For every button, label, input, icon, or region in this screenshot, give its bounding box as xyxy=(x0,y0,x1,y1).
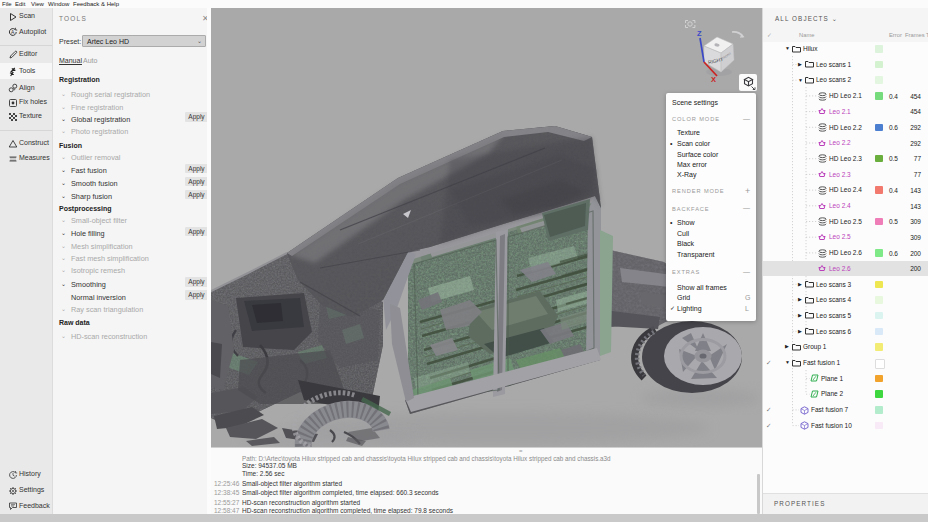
svg-text:A: A xyxy=(11,29,15,35)
svg-text:Z: Z xyxy=(697,29,702,38)
svg-text:X: X xyxy=(711,75,716,84)
